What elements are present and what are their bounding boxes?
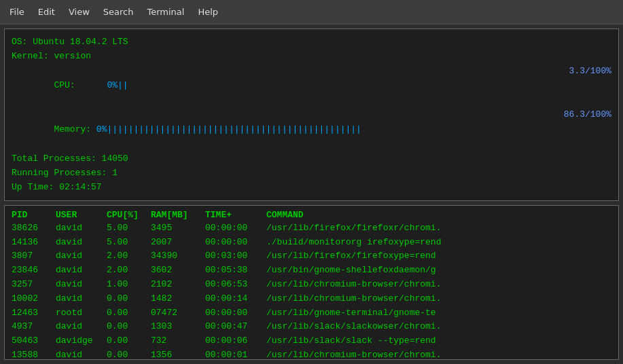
uptime: Up Time: 02:14:57 <box>12 180 102 194</box>
cell-6-1: rootd <box>56 306 107 321</box>
proc-rows: 38626david5.00349500:00:00/usr/lib/firef… <box>12 221 611 360</box>
cell-1-1: david <box>56 236 107 250</box>
cell-5-3: 1482 <box>151 292 205 306</box>
col-time: TIME+ <box>205 210 266 220</box>
cell-3-2: 2.00 <box>107 263 151 278</box>
sysinfo-box: OS: Ubuntu 18.04.2 LTS Kernel: version C… <box>4 29 619 201</box>
cpu-bars: || <box>118 80 128 90</box>
table-row: 12463rootd0.000747200:00:00/usr/lib/gnom… <box>12 306 611 321</box>
cell-0-5: /usr/lib/firefox/firefoxr/chromi. <box>266 221 611 236</box>
cell-8-1: davidge <box>56 334 107 348</box>
cell-2-2: 2.00 <box>107 249 151 263</box>
menu-view[interactable]: View <box>62 4 96 20</box>
cell-6-0: 12463 <box>12 306 56 321</box>
cell-4-0: 3257 <box>12 278 56 292</box>
col-ram: RAM[MB] <box>151 210 205 220</box>
table-row: 38626david5.00349500:00:00/usr/lib/firef… <box>12 221 611 236</box>
cell-2-5: /usr/lib/firefox/firefoxype=rend <box>266 249 611 263</box>
cpu-row: CPU: 0%|| 3.3/100% <box>12 64 611 107</box>
cell-3-0: 23846 <box>12 263 56 278</box>
table-row: 50463davidge0.0073200:00:06/usr/lib/slac… <box>12 334 611 348</box>
proc-header: PID USER CPU[%] RAM[MB] TIME+ COMMAND <box>12 210 611 220</box>
cell-0-3: 3495 <box>151 221 205 236</box>
cell-4-5: /usr/lib/chromium-browser/chromi. <box>266 278 611 292</box>
cell-8-4: 00:00:06 <box>205 334 266 348</box>
cell-2-4: 00:03:00 <box>205 249 266 263</box>
col-cmd: COMMAND <box>266 210 611 220</box>
cpu-right: 3.3/100% <box>569 64 611 107</box>
col-cpu: CPU[%] <box>107 210 151 220</box>
cell-3-1: david <box>56 263 107 278</box>
cell-1-5: ./build/monitororg irefoxype=rend <box>266 236 611 250</box>
cell-2-0: 3807 <box>12 249 56 263</box>
cell-6-2: 0.00 <box>107 306 151 321</box>
table-row: 4937david0.00130300:00:47/usr/lib/slack/… <box>12 320 611 334</box>
cell-3-5: /usr/bin/gnome-shellefoxdaemon/g <box>266 263 611 278</box>
total-proc-row: Total Processes: 14050 <box>12 151 611 166</box>
mem-pct: 0% <box>96 124 107 134</box>
table-row: 23846david2.00360200:05:38/usr/bin/gnome… <box>12 263 611 278</box>
cell-1-4: 00:00:00 <box>205 236 266 250</box>
running-proc: Running Processes: 1 <box>12 166 118 180</box>
col-pid: PID <box>12 210 56 220</box>
cell-4-1: david <box>56 278 107 292</box>
cell-1-3: 2007 <box>151 236 205 250</box>
cell-6-3: 07472 <box>151 306 205 321</box>
cell-7-0: 4937 <box>12 320 56 334</box>
menu-help[interactable]: Help <box>191 4 225 20</box>
cell-1-0: 14136 <box>12 236 56 250</box>
cpu-left: CPU: 0%|| <box>12 64 128 107</box>
menubar: File Edit View Search Terminal Help <box>0 0 623 24</box>
cell-9-3: 1356 <box>151 348 205 360</box>
mem-label: Memory: <box>54 124 96 134</box>
table-row: 14136david5.00200700:00:00./build/monito… <box>12 236 611 250</box>
cell-3-4: 00:05:38 <box>205 263 266 278</box>
menu-terminal[interactable]: Terminal <box>140 4 191 20</box>
cell-5-0: 10002 <box>12 292 56 306</box>
mem-left: Memory: 0%||||||||||||||||||||||||||||||… <box>12 107 361 151</box>
mem-right: 86.3/100% <box>564 107 611 151</box>
mem-bars: ||||||||||||||||||||||||||||||||||||||||… <box>107 124 361 134</box>
table-row: 13588david0.00135600:00:01/usr/lib/chrom… <box>12 348 611 360</box>
cell-4-3: 2102 <box>151 278 205 292</box>
cell-7-4: 00:00:47 <box>205 320 266 334</box>
cpu-pct: 0% <box>107 80 118 90</box>
cell-8-3: 732 <box>151 334 205 348</box>
kernel-row: Kernel: version <box>12 49 611 63</box>
cell-4-2: 1.00 <box>107 278 151 292</box>
table-row: 10002david0.00148200:00:14/usr/lib/chrom… <box>12 292 611 306</box>
cell-0-2: 5.00 <box>107 221 151 236</box>
cell-2-1: david <box>56 249 107 263</box>
cell-9-5: /usr/lib/chromium-browser/chromi. <box>266 348 611 360</box>
total-proc: Total Processes: 14050 <box>12 151 128 166</box>
main-content: OS: Ubuntu 18.04.2 LTS Kernel: version C… <box>0 24 623 364</box>
cell-8-2: 0.00 <box>107 334 151 348</box>
cell-9-4: 00:00:01 <box>205 348 266 360</box>
cell-7-2: 0.00 <box>107 320 151 334</box>
process-table: PID USER CPU[%] RAM[MB] TIME+ COMMAND 38… <box>4 205 619 360</box>
cell-5-4: 00:00:14 <box>205 292 266 306</box>
table-row: 3257david1.00210200:06:53/usr/lib/chromi… <box>12 278 611 292</box>
menu-search[interactable]: Search <box>96 4 141 20</box>
cell-7-3: 1303 <box>151 320 205 334</box>
cell-4-4: 00:06:53 <box>205 278 266 292</box>
cell-9-0: 13588 <box>12 348 56 360</box>
cell-5-1: david <box>56 292 107 306</box>
cell-5-5: /usr/lib/chromium-browser/chromi. <box>266 292 611 306</box>
table-row: 3807david2.003439000:03:00/usr/lib/firef… <box>12 249 611 263</box>
cell-0-4: 00:00:00 <box>205 221 266 236</box>
os-row: OS: Ubuntu 18.04.2 LTS <box>12 35 611 49</box>
running-proc-row: Running Processes: 1 <box>12 166 611 180</box>
cell-6-5: /usr/lib/gnome-terminal/gnome-te <box>266 306 611 321</box>
menu-edit[interactable]: Edit <box>31 4 62 20</box>
cell-5-2: 0.00 <box>107 292 151 306</box>
cell-9-2: 0.00 <box>107 348 151 360</box>
cell-7-5: /usr/lib/slack/slackowser/chromi. <box>266 320 611 334</box>
mem-row: Memory: 0%||||||||||||||||||||||||||||||… <box>12 107 611 151</box>
cell-8-0: 50463 <box>12 334 56 348</box>
cell-6-4: 00:00:00 <box>205 306 266 321</box>
menu-file[interactable]: File <box>3 4 31 20</box>
cell-3-3: 3602 <box>151 263 205 278</box>
cell-1-2: 5.00 <box>107 236 151 250</box>
cpu-label: CPU: <box>54 80 107 90</box>
